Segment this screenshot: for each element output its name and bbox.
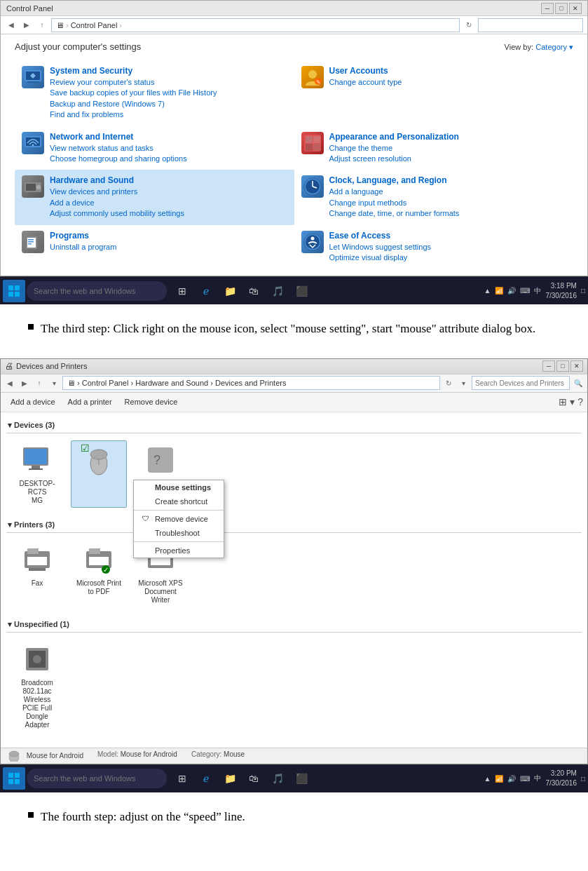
programs-title[interactable]: Programs [50, 231, 287, 241]
system-link1[interactable]: Review your computer's status [50, 77, 287, 88]
system-link4[interactable]: Find and fix problems [50, 109, 287, 120]
view-toggle[interactable]: ⊞ ▾ [559, 396, 575, 407]
task-view-button[interactable]: ⊞ [171, 280, 193, 302]
broadcom-label: Broadcom802.11ac WirelessPCIE Full Dongl… [12, 679, 62, 729]
cp-item-programs[interactable]: Programs Uninstall a program [15, 225, 294, 269]
dp-search-button[interactable]: 🔍 [572, 377, 584, 389]
network-link2[interactable]: Choose homegroup and sharing options [50, 154, 287, 164]
taskbar-right-1: ▲ 📶 🔊 ⌨ 中 3:18 PM 7/30/2016 □ [484, 281, 585, 301]
dp-forward-button[interactable]: ▶ [18, 377, 31, 389]
printers-section-header[interactable]: ▾ Printers (3) [6, 518, 582, 533]
taskbar-icons: ⊞ ℯ 📁 🛍 🎵 ⬛ [171, 280, 313, 302]
clock-title[interactable]: Clock, Language, and Region [329, 175, 567, 185]
network-link1[interactable]: View network status and tasks [50, 143, 287, 154]
system-icon [22, 66, 44, 88]
hardware-link2[interactable]: Add a device [50, 198, 287, 208]
clock-link3[interactable]: Change date, time, or number formats [329, 208, 567, 219]
hardware-title[interactable]: Hardware and Sound [50, 175, 287, 185]
help-button[interactable]: ? [577, 396, 583, 407]
cp-item-clock[interactable]: Clock, Language, and Region Add a langua… [294, 170, 574, 224]
devices-section-header[interactable]: ▾ Devices (3) [6, 418, 582, 433]
dp-search-input[interactable] [472, 376, 570, 390]
appearance-title[interactable]: Appearance and Personalization [329, 132, 567, 142]
taskbar-search-input-2[interactable] [27, 769, 167, 788]
cp-item-user[interactable]: ✎ User Accounts Change account type [294, 60, 574, 126]
user-title[interactable]: User Accounts [329, 66, 567, 76]
ie-icon-2[interactable]: ℯ [195, 767, 217, 790]
store-icon-2[interactable]: 🛍 [242, 767, 265, 790]
search-input[interactable] [478, 18, 583, 32]
appearance-link2[interactable]: Adjust screen resolution [329, 154, 567, 164]
up-button[interactable]: ↑ [36, 19, 48, 32]
action-center-icon-2[interactable]: □ [581, 775, 585, 783]
media-icon[interactable]: 🎵 [266, 280, 289, 302]
clock-link2[interactable]: Change input methods [329, 198, 567, 208]
ctx-mouse-settings[interactable]: Mouse settings [134, 480, 224, 494]
remove-device-button[interactable]: Remove device [119, 394, 184, 410]
appearance-link1[interactable]: Change the theme [329, 143, 567, 154]
refresh-button[interactable]: ↻ [463, 19, 475, 32]
ctx-create-shortcut[interactable]: Create shortcut [134, 494, 224, 508]
dp-minimize-button[interactable]: ─ [542, 360, 555, 372]
network-title[interactable]: Network and Internet [50, 132, 287, 142]
unspecified-section-header[interactable]: ▾ Unspecified (1) [6, 617, 582, 633]
store-icon[interactable]: 🛍 [242, 280, 265, 302]
user-link1[interactable]: Change account type [329, 77, 567, 88]
ctx-properties[interactable]: Properties [134, 543, 224, 558]
bullet-step4: The fourth step: adjust on the “speed” l… [28, 806, 560, 828]
hardware-link3[interactable]: Adjust commonly used mobility settings [50, 208, 287, 219]
view-by-container: View by: Category ▾ [505, 42, 573, 52]
device-mouse[interactable]: ☑ Mouse settings Create shortcut [71, 440, 127, 508]
dp-close-button[interactable]: ✕ [570, 360, 583, 372]
system-title[interactable]: System and Security [50, 66, 287, 76]
address-path[interactable]: 🖥 › Control Panel › [51, 18, 460, 32]
start-button-2[interactable] [3, 767, 25, 790]
system-link3[interactable]: Backup and Restore (Windows 7) [50, 99, 287, 109]
dp-dropdown-button[interactable]: ▾ [457, 377, 470, 389]
maximize-button[interactable]: □ [555, 3, 568, 14]
cp-item-system[interactable]: System and Security Review your computer… [15, 60, 294, 126]
device-ms-pdf[interactable]: ✓ Microsoft Print to PDF [71, 540, 127, 607]
system-link2[interactable]: Save backup copies of your files with Fi… [50, 88, 287, 98]
explorer-icon[interactable]: 📁 [219, 280, 241, 302]
cp-item-appearance[interactable]: Appearance and Personalization Change th… [294, 126, 574, 170]
dp-maximize-button[interactable]: □ [556, 360, 569, 372]
ie-icon[interactable]: ℯ [195, 280, 217, 302]
dp-address-path[interactable]: 🖥 › Control Panel › Hardware and Sound ›… [62, 376, 440, 390]
svg-rect-37 [29, 468, 43, 470]
view-by-select[interactable]: Category ▾ [535, 43, 573, 51]
dp-refresh-button[interactable]: ↻ [442, 377, 455, 389]
close-button[interactable]: ✕ [569, 3, 582, 14]
cp-item-hardware[interactable]: Hardware and Sound View devices and prin… [15, 170, 294, 224]
cp-item-network[interactable]: Network and Internet View network status… [15, 126, 294, 170]
ease-title[interactable]: Ease of Access [329, 231, 567, 241]
media-icon-2[interactable]: 🎵 [266, 767, 289, 790]
dp-recent-button[interactable]: ▾ [48, 377, 60, 389]
add-device-button[interactable]: Add a device [5, 394, 61, 410]
taskbar-search-input[interactable] [27, 281, 167, 301]
programs-link1[interactable]: Uninstall a program [50, 242, 287, 252]
device-desktop[interactable]: DESKTOP-RC7SMG [9, 440, 65, 508]
add-printer-button[interactable]: Add a printer [62, 394, 118, 410]
ctx-troubleshoot[interactable]: Troubleshoot [134, 526, 224, 540]
cp-item-ease[interactable]: Ease of Access Let Windows suggest setti… [294, 225, 574, 269]
ctx-remove-device[interactable]: 🛡 Remove device [134, 512, 224, 526]
svg-text:?: ? [153, 453, 160, 467]
dp-back-button[interactable]: ◀ [4, 377, 16, 389]
hardware-link1[interactable]: View devices and printers [50, 187, 287, 197]
device-fax[interactable]: Fax [9, 540, 65, 607]
ease-link1[interactable]: Let Windows suggest settings [329, 242, 567, 252]
app-icon-2[interactable]: ⬛ [290, 767, 313, 790]
back-button[interactable]: ◀ [5, 19, 18, 32]
start-button[interactable] [3, 280, 25, 302]
minimize-button[interactable]: ─ [541, 3, 554, 14]
app-icon[interactable]: ⬛ [290, 280, 313, 302]
clock-link1[interactable]: Add a language [329, 187, 567, 197]
forward-button[interactable]: ▶ [20, 19, 33, 32]
task-view-button-2[interactable]: ⊞ [171, 767, 193, 790]
action-center-icon[interactable]: □ [581, 287, 585, 295]
ease-link2[interactable]: Optimize visual display [329, 252, 567, 263]
device-broadcom[interactable]: Broadcom802.11ac WirelessPCIE Full Dongl… [9, 640, 65, 732]
explorer-icon-2[interactable]: 📁 [219, 767, 241, 790]
dp-up-button[interactable]: ↑ [33, 377, 46, 389]
